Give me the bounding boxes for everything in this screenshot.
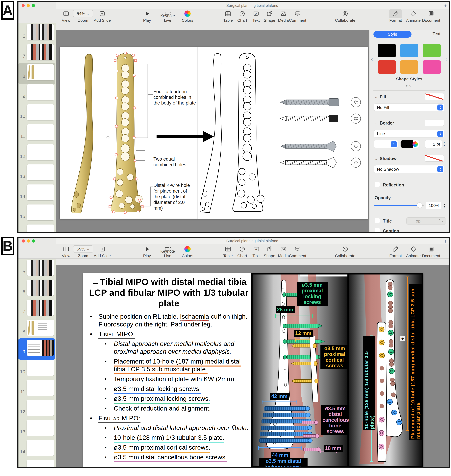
slide-number: 8 (19, 329, 25, 334)
slide-thumbnail-11[interactable]: 11 (19, 124, 56, 142)
slide-thumbnail-8[interactable]: 8 (19, 320, 56, 338)
slide-thumbnail-11[interactable]: 11 (19, 380, 56, 398)
border-width-field[interactable]: 2 pt (425, 140, 442, 148)
collaborate-button[interactable]: Collaborate (334, 10, 356, 23)
border-style-select[interactable]: Line▲▼ (374, 130, 444, 137)
zoom-dropdown[interactable]: 54%⌄ Zoom (72, 10, 94, 23)
shape-style-swatch[interactable] (423, 44, 441, 57)
media-icon (280, 10, 287, 17)
slide-thumbnail-image (27, 280, 54, 296)
tab-style[interactable]: Style (373, 31, 412, 38)
fill-preview[interactable] (425, 93, 444, 100)
add-slide-button[interactable]: Add Slide (92, 245, 113, 258)
opacity-slider-knob[interactable] (417, 203, 422, 208)
slide-thumbnail-7[interactable]: 7 (19, 44, 56, 62)
comment-button[interactable]: Comment (287, 245, 308, 258)
slide-9-content[interactable]: →Tibial MIPO with distal medial tibia LC… (83, 273, 423, 467)
annotation-kwire[interactable]: Distal K-wire hole for placement of the … (153, 182, 193, 211)
add-slide-button[interactable]: Add Slide (92, 10, 113, 23)
shape-styles-prev-button[interactable]: ‹ (371, 56, 373, 62)
slide-thumbnail-9[interactable]: 9 (19, 340, 56, 358)
slide-thumbnail-15[interactable]: 15 (19, 204, 56, 223)
comment-icon (294, 10, 301, 17)
slide-thumbnail-16[interactable]: 16 (19, 224, 56, 232)
slide-thumbnail-14[interactable]: 14 (19, 440, 56, 458)
subheader-plus-button[interactable]: + (444, 3, 447, 9)
title-checkbox[interactable] (375, 218, 380, 223)
label-lcp-plate-vertical: Placement of 10-hole (187 mm) medial dis… (409, 284, 422, 440)
fill-select[interactable]: No Fill▲▼ (374, 104, 444, 111)
annotation-two-equal[interactable]: Two equal combined holes (153, 156, 190, 167)
shape-style-swatch[interactable] (400, 60, 418, 74)
format-inspector: Style Text ‹ › Shape Styles ●○ ⌄Fill No … (369, 30, 449, 232)
slide-thumbnail-12[interactable]: 12 (19, 144, 56, 163)
slide-text-box[interactable]: →Tibial MIPO with distal medial tibia LC… (86, 277, 252, 463)
color-wheel-icon (413, 142, 418, 147)
zoom-dropdown[interactable]: 59%⌄ Zoom (72, 245, 94, 258)
shape-style-swatch[interactable] (378, 60, 396, 74)
shadow-select[interactable]: No Shadow▲▼ (374, 165, 444, 173)
slide-thumbnail-6[interactable]: 6 (19, 24, 56, 43)
collaborate-icon (342, 10, 348, 17)
document-name: Surgical planning tibial plafond (56, 3, 449, 8)
shape-style-swatch[interactable] (378, 44, 396, 57)
opacity-field[interactable]: 100% (426, 202, 441, 209)
slide-thumbnail-image (27, 64, 54, 80)
xray-annotated-image[interactable]: 26 mm ø3.5 mm proximal locking screws 12… (251, 273, 423, 467)
line-type-select[interactable]: ▲▼ (374, 140, 398, 148)
slide-thumbnail-13[interactable]: 13 (19, 420, 56, 438)
slide-thumbnail-image (27, 124, 54, 140)
shadow-section-label[interactable]: ⌄Shadow (375, 156, 397, 161)
subheader-plus-button[interactable]: + (444, 238, 447, 244)
opacity-stepper[interactable]: ▲▼ (443, 202, 446, 210)
bullet-item: •Tibial MIPO: (86, 330, 252, 338)
reflection-checkbox[interactable] (375, 182, 380, 187)
slide-number: 15 (19, 214, 25, 219)
colors-button[interactable]: Colors (177, 245, 198, 258)
border-section-label[interactable]: ⌄Border (375, 121, 394, 126)
keynote-live-button[interactable]: Keynote Live (157, 10, 178, 23)
shape-styles-next-button[interactable]: › (446, 56, 447, 62)
fill-section-label[interactable]: ⌄Fill (375, 94, 386, 99)
border-color-well[interactable] (401, 140, 419, 148)
title-position-select[interactable]: Top⌃⌄ (406, 217, 446, 224)
comment-button[interactable]: Comment (287, 10, 308, 23)
slide-thumbnail-15[interactable]: 15 (19, 460, 56, 467)
slide-thumbnail-7[interactable]: 7 (19, 300, 56, 318)
collaborate-button[interactable]: Collaborate (334, 245, 356, 258)
slide-canvas: →Tibial MIPO with distal medial tibia LC… (56, 265, 449, 467)
document-button[interactable]: Document (420, 10, 442, 23)
tab-text[interactable]: Text (432, 31, 440, 36)
bullet-item: •10-hole (128 mm) 1/3 tubular 3.5 plate. (86, 434, 252, 442)
border-width-stepper[interactable]: ▲▼ (443, 140, 446, 148)
colors-button[interactable]: Colors (177, 10, 198, 23)
slide-thumbnail-10[interactable]: 10 (19, 104, 56, 123)
shape-style-swatch[interactable] (423, 60, 441, 74)
slide-navigator[interactable]: 678910111213141516 (19, 23, 56, 232)
play-button[interactable]: Play (136, 10, 158, 23)
slide-8-content[interactable]: Four to fourteen combined holes in the b… (60, 47, 368, 219)
disclosure-chevron-icon: ⌄ (375, 157, 378, 161)
slide-thumbnail-13[interactable]: 13 (19, 164, 56, 183)
border-preview[interactable] (425, 120, 444, 126)
keynote-live-button[interactable]: Keynote Live (157, 245, 178, 258)
slide-thumbnail-5[interactable]: 5 (19, 260, 56, 278)
caption-checkbox[interactable] (375, 228, 380, 233)
shape-style-swatch[interactable] (400, 44, 418, 57)
slide-thumbnail-9[interactable]: 9 (19, 84, 56, 103)
slide-thumbnail-image (27, 320, 54, 336)
stepper-icon: ▲▼ (437, 131, 443, 137)
slide-thumbnail-10[interactable]: 10 (19, 360, 56, 378)
shadow-preview[interactable] (425, 155, 444, 162)
opacity-slider[interactable] (374, 205, 424, 206)
slide-thumbnail-8[interactable]: 8 (19, 64, 56, 82)
slide-thumbnail-12[interactable]: 12 (19, 400, 56, 418)
slide-thumbnail-6[interactable]: 6 (19, 280, 56, 298)
shape-styles-page-dots[interactable]: ●○ (370, 83, 449, 88)
play-button[interactable]: Play (136, 245, 158, 258)
document-button[interactable]: Document (420, 245, 442, 258)
slide-navigator[interactable]: 56789101112131415 (19, 259, 56, 467)
slide-thumbnail-14[interactable]: 14 (19, 185, 56, 203)
media-plus-badge[interactable]: + (400, 336, 405, 341)
annotation-holes-body[interactable]: Four to fourteen combined holes in the b… (153, 89, 196, 106)
